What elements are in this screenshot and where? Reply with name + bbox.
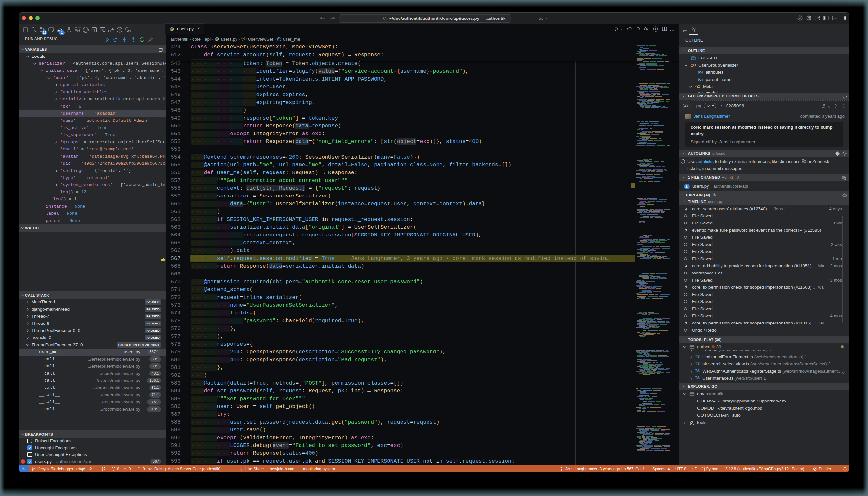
svg-text:A: A bbox=[844, 178, 846, 179]
